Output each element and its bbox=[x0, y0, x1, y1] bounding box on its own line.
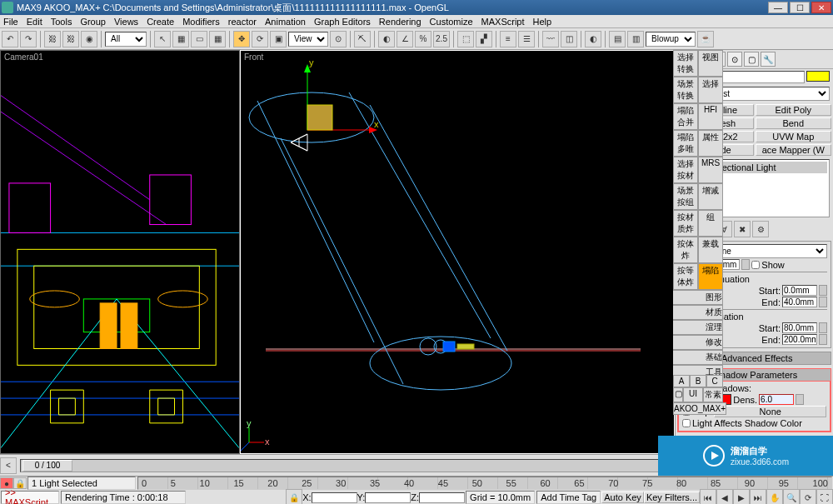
add-time-tag[interactable]: Add Time Tag bbox=[536, 491, 601, 504]
y-field[interactable] bbox=[365, 492, 411, 503]
play-prev-button[interactable]: ⏮ bbox=[700, 489, 716, 504]
menu-views[interactable]: Views bbox=[114, 17, 138, 27]
menu-maxscript[interactable]: MAXScript bbox=[481, 17, 525, 27]
menu-animation[interactable]: Animation bbox=[265, 17, 306, 27]
schematic-button[interactable]: ◫ bbox=[561, 31, 577, 47]
selection-filter[interactable]: All bbox=[105, 32, 147, 47]
link-button[interactable]: ⛓ bbox=[44, 31, 61, 47]
select-name-button[interactable]: ▦ bbox=[172, 31, 189, 47]
object-color-swatch[interactable] bbox=[806, 71, 830, 82]
menu-tools[interactable]: Tools bbox=[51, 17, 72, 27]
motion-tab-icon[interactable]: ⊙ bbox=[727, 52, 742, 67]
nav-orbit-icon[interactable]: ⟳ bbox=[800, 489, 816, 504]
svg-rect-8 bbox=[9, 183, 51, 233]
menu-create[interactable]: Create bbox=[147, 17, 174, 27]
curve-editor-button[interactable]: 〰 bbox=[542, 31, 559, 47]
track-bar[interactable]: 0510152025303540455055606570758085909510… bbox=[137, 477, 832, 490]
decay-type-dropdown[interactable]: None bbox=[706, 244, 827, 258]
render-type-dropdown[interactable]: Blowup bbox=[646, 32, 696, 47]
play-fwd-button[interactable]: ⏭ bbox=[750, 489, 766, 504]
time-handle[interactable]: 0 / 100 bbox=[22, 460, 72, 472]
percent-snap-button[interactable]: % bbox=[415, 31, 431, 47]
mod-btn-edit-poly[interactable]: Edit Poly bbox=[756, 104, 832, 116]
front-canvas: y x bbox=[241, 51, 674, 451]
remove-modifier-button[interactable]: ✖ bbox=[734, 221, 751, 237]
svg-text:y: y bbox=[309, 57, 314, 67]
display-tab-icon[interactable]: ▢ bbox=[744, 52, 759, 67]
menu-reactor[interactable]: reactor bbox=[228, 17, 257, 27]
spinner-icon[interactable] bbox=[741, 259, 750, 270]
svg-rect-31 bbox=[443, 342, 455, 352]
z-field[interactable] bbox=[419, 492, 465, 503]
play-button[interactable]: ▶ bbox=[733, 489, 750, 504]
redo-button[interactable]: ↷ bbox=[20, 31, 37, 47]
mod-btn-bend[interactable]: Bend bbox=[756, 117, 832, 129]
menu-modifiers[interactable]: Modifiers bbox=[182, 17, 220, 27]
cn-btn[interactable]: 选择转换 bbox=[673, 50, 698, 77]
shadow-map-button[interactable]: None bbox=[714, 406, 826, 417]
manipulate-button[interactable]: ⛏ bbox=[354, 31, 371, 47]
utilities-tab-icon[interactable]: 🔧 bbox=[761, 52, 776, 67]
play-back-button[interactable]: ◀ bbox=[716, 489, 733, 504]
align-button[interactable]: ≡ bbox=[500, 31, 516, 47]
svg-rect-13 bbox=[121, 303, 137, 349]
menu-group[interactable]: Group bbox=[80, 17, 106, 27]
unlink-button[interactable]: ⛓ bbox=[62, 31, 79, 47]
x-field[interactable] bbox=[312, 492, 357, 503]
center-button[interactable]: ⊙ bbox=[330, 31, 347, 47]
far-start-field[interactable] bbox=[782, 322, 817, 333]
time-prev-button[interactable]: < bbox=[0, 457, 17, 474]
minimize-button[interactable]: — bbox=[768, 2, 788, 13]
maxscript-prompt[interactable]: >> MAXScript bbox=[1, 491, 59, 504]
move-button[interactable]: ✥ bbox=[233, 31, 250, 47]
quick-render-button[interactable]: ▥ bbox=[627, 31, 644, 47]
snap-button[interactable]: ◐ bbox=[378, 31, 395, 47]
ref-coord-dropdown[interactable]: View bbox=[288, 32, 328, 47]
far-end-field[interactable] bbox=[782, 334, 817, 345]
nav-zoom-icon[interactable]: 🔍 bbox=[783, 489, 800, 504]
menu-edit[interactable]: Edit bbox=[27, 17, 42, 27]
viewport-camera01[interactable]: Camera01 bbox=[0, 50, 240, 454]
angle-snap-button[interactable]: ∠ bbox=[397, 31, 413, 47]
material-editor-button[interactable]: ◐ bbox=[585, 31, 601, 47]
decay-show-check[interactable] bbox=[751, 261, 760, 269]
configure-sets-button[interactable]: ⚙ bbox=[752, 221, 769, 237]
render-scene-button[interactable]: ▤ bbox=[609, 31, 626, 47]
spinner-snap-button[interactable]: 2.5 bbox=[433, 31, 450, 47]
cn-bottom-panel: A B C ▢ UI 常素 AKOO_MAX+ bbox=[673, 375, 723, 415]
nav-pan-icon[interactable]: ✋ bbox=[766, 489, 783, 504]
svg-line-19 bbox=[370, 105, 507, 351]
menu-rendering[interactable]: Rendering bbox=[379, 17, 421, 27]
named-selection-button[interactable]: ⬚ bbox=[457, 31, 474, 47]
select-button[interactable]: ↖ bbox=[154, 31, 171, 47]
menu-graph-editors[interactable]: Graph Editors bbox=[314, 17, 371, 27]
nav-max-icon[interactable]: ⛶ bbox=[816, 489, 833, 504]
window-crossing-button[interactable]: ▦ bbox=[209, 31, 226, 47]
svg-point-11 bbox=[158, 291, 208, 307]
mirror-button[interactable]: ▞ bbox=[476, 31, 492, 47]
menu-customize[interactable]: Customize bbox=[430, 17, 473, 27]
teapot-render-button[interactable]: ☕ bbox=[697, 31, 714, 47]
menu-file[interactable]: File bbox=[3, 17, 18, 27]
mod-btn-uvw[interactable]: UVW Map bbox=[756, 131, 832, 142]
mod-btn-facemapper[interactable]: ace Mapper (W bbox=[756, 144, 832, 156]
density-field[interactable] bbox=[759, 394, 794, 405]
viewport-front[interactable]: Front y x bbox=[240, 50, 675, 454]
near-end-field[interactable] bbox=[782, 297, 817, 307]
menu-bar: File Edit Tools Group Views Create Modif… bbox=[0, 15, 833, 28]
lock-xyz-icon[interactable]: 🔒 bbox=[286, 489, 302, 504]
menu-help[interactable]: Help bbox=[533, 17, 552, 27]
bind-button[interactable]: ◉ bbox=[81, 31, 97, 47]
scale-button[interactable]: ▣ bbox=[270, 31, 287, 47]
rect-select-button[interactable]: ▭ bbox=[191, 31, 207, 47]
svg-rect-0 bbox=[2, 2, 13, 13]
close-button[interactable]: ✕ bbox=[811, 2, 831, 13]
light-affects-check[interactable] bbox=[682, 419, 691, 427]
keyfilters-button[interactable]: Key Filters... bbox=[644, 492, 700, 503]
maximize-button[interactable]: ☐ bbox=[790, 2, 810, 13]
autokey-button[interactable]: Auto Key bbox=[601, 492, 644, 503]
rotate-button[interactable]: ⟳ bbox=[252, 31, 268, 47]
near-start-field[interactable] bbox=[782, 285, 817, 296]
layer-button[interactable]: ☰ bbox=[518, 31, 535, 47]
undo-button[interactable]: ↶ bbox=[2, 31, 18, 47]
